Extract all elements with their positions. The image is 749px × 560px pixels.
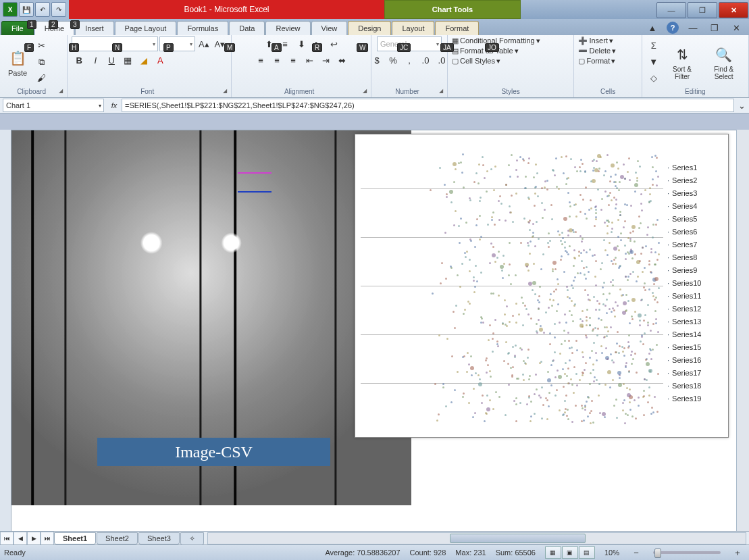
minimize-button[interactable]: — bbox=[656, 2, 686, 18]
legend-item[interactable]: Series6 bbox=[667, 226, 725, 238]
legend-item[interactable]: Series3 bbox=[667, 187, 725, 200]
scrollbar-thumb[interactable] bbox=[450, 534, 586, 543]
legend-item[interactable]: Series14 bbox=[667, 328, 725, 341]
legend-item[interactable]: Series2 bbox=[667, 174, 725, 187]
qat-save-icon[interactable]: 💾 bbox=[19, 2, 34, 17]
tab-nav-prev[interactable]: ◀ bbox=[14, 532, 27, 545]
legend-item[interactable]: Series1 bbox=[667, 161, 725, 174]
qat-undo-icon[interactable]: ↶ bbox=[35, 2, 50, 17]
chart-object[interactable]: Series1Series2Series3Series4Series5Serie… bbox=[355, 134, 729, 438]
increase-decimal-icon[interactable]: .0 bbox=[418, 53, 433, 68]
align-center-icon[interactable]: ≡ bbox=[269, 53, 284, 68]
tab-nav-first[interactable]: ⏮ bbox=[0, 532, 14, 545]
legend-item[interactable]: Series5 bbox=[667, 213, 725, 226]
legend-item[interactable]: Series15 bbox=[667, 341, 725, 354]
legend-item[interactable]: Series16 bbox=[667, 354, 725, 367]
tab-format[interactable]: Format bbox=[435, 21, 479, 35]
formula-bar-input[interactable]: =SERIES(,Sheet1!$LP$221:$NG$221,Sheet1!$… bbox=[122, 99, 734, 112]
sheet-tab-2[interactable]: Sheet2 bbox=[97, 532, 138, 544]
align-left-icon[interactable]: ≡ bbox=[253, 53, 268, 68]
copy-icon[interactable]: ⧉ bbox=[34, 55, 49, 70]
expand-formula-bar-icon[interactable]: ⌄ bbox=[734, 98, 749, 113]
close-button[interactable]: ✕ bbox=[719, 2, 748, 18]
legend-item[interactable]: Series7 bbox=[667, 238, 725, 251]
fill-icon[interactable]: ▼ bbox=[646, 55, 661, 70]
series-handle-blue[interactable] bbox=[238, 191, 272, 193]
wrap-text-icon[interactable]: ↩ bbox=[326, 36, 341, 51]
grow-font-icon[interactable]: A▴ bbox=[197, 36, 211, 51]
autosum-icon[interactable]: Σ bbox=[646, 39, 661, 53]
legend-item[interactable]: Series13 bbox=[667, 315, 725, 328]
doc-minimize-icon[interactable]: — bbox=[686, 20, 700, 35]
legend-item[interactable]: Series18 bbox=[667, 380, 725, 392]
doc-restore-icon[interactable]: ❐ bbox=[707, 20, 722, 35]
dialog-launcher-icon[interactable]: ◢ bbox=[363, 88, 367, 94]
zoom-out-icon[interactable]: − bbox=[629, 545, 644, 560]
borders-icon[interactable]: ▦ bbox=[120, 53, 135, 68]
sort-filter-button[interactable]: ⇅ Sort & Filter bbox=[664, 41, 701, 83]
clear-icon[interactable]: ◇ bbox=[646, 71, 661, 86]
merge-center-icon[interactable]: ⬌ bbox=[334, 53, 349, 68]
insert-cells-button[interactable]: ➕ Insert ▾ bbox=[578, 36, 613, 45]
tab-page-layout[interactable]: Page Layout bbox=[115, 21, 177, 35]
new-sheet-button[interactable]: ✧ bbox=[180, 532, 204, 545]
legend-item[interactable]: Series10 bbox=[667, 277, 725, 290]
doc-close-icon[interactable]: ✕ bbox=[729, 20, 744, 35]
cell-styles-button[interactable]: ▢ Cell Styles ▾ bbox=[452, 57, 500, 66]
legend-item[interactable]: Series12 bbox=[667, 303, 725, 315]
help-icon[interactable]: ? bbox=[667, 22, 679, 34]
increase-indent-icon[interactable]: ⇥ bbox=[318, 53, 333, 68]
tab-review[interactable]: Review bbox=[265, 21, 310, 35]
tab-data[interactable]: Data bbox=[229, 21, 265, 35]
format-painter-icon[interactable]: 🖌 bbox=[34, 71, 49, 86]
horizontal-scrollbar[interactable] bbox=[207, 532, 746, 544]
chart-legend[interactable]: Series1Series2Series3Series4Series5Serie… bbox=[667, 161, 725, 405]
view-page-break-icon[interactable]: ▤ bbox=[579, 546, 595, 559]
zoom-in-icon[interactable]: + bbox=[730, 545, 745, 560]
zoom-slider[interactable] bbox=[653, 551, 721, 554]
tab-nav-last[interactable]: ⏭ bbox=[41, 532, 54, 545]
vertical-scrollbar[interactable] bbox=[736, 130, 749, 532]
format-cells-button[interactable]: ▢ Format ▾ bbox=[578, 57, 615, 66]
tab-nav-next[interactable]: ▶ bbox=[27, 532, 41, 545]
minimize-ribbon-icon[interactable]: ▲ bbox=[645, 20, 660, 35]
find-select-button[interactable]: 🔍 Find & Select bbox=[703, 41, 744, 83]
maximize-button[interactable]: ❐ bbox=[688, 2, 717, 18]
underline-button[interactable]: U bbox=[104, 53, 119, 68]
bold-button[interactable]: B bbox=[72, 53, 86, 68]
zoom-thumb[interactable] bbox=[654, 549, 661, 558]
view-page-layout-icon[interactable]: ▣ bbox=[562, 546, 578, 559]
font-color-icon[interactable]: A bbox=[153, 53, 167, 68]
align-right-icon[interactable]: ≡ bbox=[286, 53, 301, 68]
chart-plot-area[interactable] bbox=[361, 140, 663, 432]
tab-formulas[interactable]: Formulas bbox=[177, 21, 228, 35]
dialog-launcher-icon[interactable]: ◢ bbox=[439, 88, 443, 94]
align-bottom-icon[interactable]: ⬇ bbox=[294, 36, 309, 51]
delete-cells-button[interactable]: ➖ Delete ▾ bbox=[578, 47, 616, 55]
dialog-launcher-icon[interactable]: ◢ bbox=[59, 88, 63, 94]
legend-item[interactable]: Series17 bbox=[667, 367, 725, 380]
sheet-tab-3[interactable]: Sheet3 bbox=[138, 532, 180, 544]
zoom-level[interactable]: 10% bbox=[604, 549, 619, 557]
italic-button[interactable]: I bbox=[88, 53, 103, 68]
legend-item[interactable]: Series19 bbox=[667, 392, 725, 405]
view-normal-icon[interactable]: ▦ bbox=[545, 546, 561, 559]
series-handle-magenta[interactable] bbox=[238, 172, 272, 174]
qat-redo-icon[interactable]: ↷ bbox=[51, 2, 66, 17]
fx-icon[interactable]: fx bbox=[107, 101, 122, 109]
tab-insert[interactable]: Insert bbox=[75, 21, 114, 35]
currency-icon[interactable]: $ bbox=[369, 53, 384, 68]
decrease-decimal-icon[interactable]: .0 bbox=[434, 53, 449, 68]
worksheet-area[interactable]: Image-CSV Series1Series2Series3Series4Se… bbox=[11, 130, 737, 532]
percent-icon[interactable]: % bbox=[386, 53, 401, 68]
sheet-tab-1[interactable]: Sheet1 bbox=[54, 532, 96, 544]
tab-design[interactable]: Design bbox=[348, 21, 391, 35]
cut-icon[interactable]: ✂ bbox=[34, 39, 49, 53]
dialog-launcher-icon[interactable]: ◢ bbox=[223, 88, 227, 94]
legend-item[interactable]: Series8 bbox=[667, 251, 725, 264]
tab-view[interactable]: View bbox=[311, 21, 348, 35]
legend-item[interactable]: Series11 bbox=[667, 290, 725, 303]
legend-item[interactable]: Series9 bbox=[667, 264, 725, 277]
fill-color-icon[interactable]: ◢ bbox=[136, 53, 151, 68]
comma-icon[interactable]: , bbox=[402, 53, 417, 68]
